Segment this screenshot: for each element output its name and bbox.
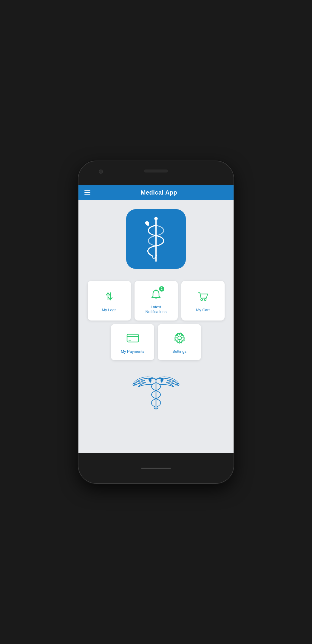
svg-point-5 (201, 299, 203, 301)
latest-notifications-label: LatestNotifications (146, 305, 167, 315)
grid-row-1: My Logs (84, 281, 228, 321)
speaker (144, 170, 168, 172)
phone-bottom-bezel (78, 453, 234, 483)
caduceus-icon (138, 215, 174, 263)
menu-button[interactable] (84, 190, 90, 195)
my-logs-label: My Logs (102, 308, 116, 313)
my-cart-label: My Cart (196, 308, 210, 313)
home-indicator (141, 468, 171, 469)
cart-icon (196, 290, 209, 304)
settings-card[interactable]: Settings (158, 324, 201, 360)
svg-point-6 (204, 299, 206, 301)
app-header: Medical App (78, 185, 234, 200)
app-title: Medical App (90, 189, 228, 196)
notification-icon-wrapper: 2 (149, 288, 163, 301)
footer-caduceus (132, 372, 180, 412)
phone-top-bezel (78, 161, 234, 185)
camera (99, 170, 103, 174)
app-logo (126, 209, 186, 269)
svg-point-1 (154, 217, 157, 220)
my-payments-card[interactable]: My Payments (111, 324, 154, 360)
menu-grid: My Logs (84, 281, 228, 360)
screen: Medical App (78, 185, 234, 453)
svg-point-11 (178, 336, 181, 340)
notification-badge: 2 (159, 286, 164, 292)
grid-row-2: My Payments Settings (84, 324, 228, 360)
my-logs-card[interactable]: My Logs (88, 281, 131, 321)
settings-icon (173, 331, 186, 346)
svg-point-4 (155, 289, 157, 291)
payment-icon (125, 331, 140, 346)
my-cart-card[interactable]: My Cart (181, 281, 225, 321)
settings-label: Settings (172, 349, 186, 354)
latest-notifications-card[interactable]: 2 LatestNotifications (135, 281, 178, 321)
phone-frame: Medical App (78, 161, 234, 483)
main-content: My Logs (78, 200, 234, 453)
svg-rect-7 (127, 334, 138, 342)
my-payments-label: My Payments (121, 349, 144, 354)
logs-icon (103, 290, 116, 304)
